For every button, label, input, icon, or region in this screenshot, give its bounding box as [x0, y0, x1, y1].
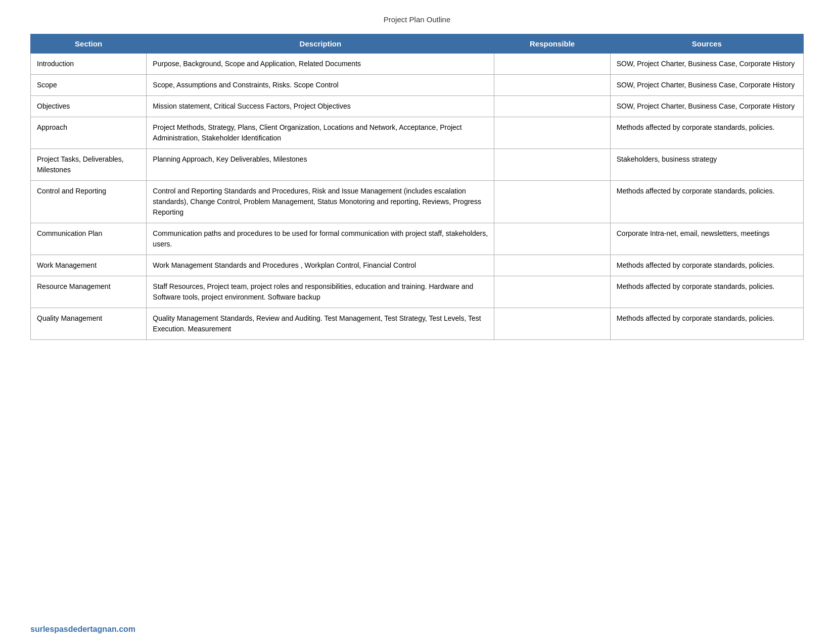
- cell-sources: SOW, Project Charter, Business Case, Cor…: [610, 75, 803, 96]
- table-row: IntroductionPurpose, Background, Scope a…: [31, 54, 804, 75]
- cell-section: Communication Plan: [31, 223, 147, 255]
- table-header-row: Section Description Responsible Sources: [31, 34, 804, 54]
- cell-responsible: [494, 54, 610, 75]
- header-sources: Sources: [610, 34, 803, 54]
- cell-sources: Methods affected by corporate standards,…: [610, 255, 803, 276]
- table-row: Communication PlanCommunication paths an…: [31, 223, 804, 255]
- cell-section: Resource Management: [31, 276, 147, 308]
- footer-url: surlespasdedertagnan.com: [30, 625, 135, 634]
- cell-section: Project Tasks, Deliverables, Milestones: [31, 149, 147, 181]
- cell-responsible: [494, 75, 610, 96]
- cell-sources: SOW, Project Charter, Business Case, Cor…: [610, 96, 803, 117]
- table-row: Project Tasks, Deliverables, MilestonesP…: [31, 149, 804, 181]
- page-title: Project Plan Outline: [0, 0, 834, 34]
- cell-section: Introduction: [31, 54, 147, 75]
- table-row: Quality ManagementQuality Management Sta…: [31, 308, 804, 340]
- cell-responsible: [494, 276, 610, 308]
- cell-description: Project Methods, Strategy, Plans, Client…: [147, 117, 494, 149]
- cell-description: Planning Approach, Key Deliverables, Mil…: [147, 149, 494, 181]
- table-row: ScopeScope, Assumptions and Constraints,…: [31, 75, 804, 96]
- cell-description: Control and Reporting Standards and Proc…: [147, 181, 494, 223]
- cell-description: Staff Resources, Project team, project r…: [147, 276, 494, 308]
- cell-sources: Methods affected by corporate standards,…: [610, 308, 803, 340]
- cell-sources: Methods affected by corporate standards,…: [610, 181, 803, 223]
- cell-section: Control and Reporting: [31, 181, 147, 223]
- cell-sources: Stakeholders, business strategy: [610, 149, 803, 181]
- header-section: Section: [31, 34, 147, 54]
- cell-description: Quality Management Standards, Review and…: [147, 308, 494, 340]
- cell-section: Objectives: [31, 96, 147, 117]
- cell-responsible: [494, 308, 610, 340]
- cell-responsible: [494, 117, 610, 149]
- table-row: ApproachProject Methods, Strategy, Plans…: [31, 117, 804, 149]
- cell-responsible: [494, 149, 610, 181]
- cell-responsible: [494, 96, 610, 117]
- table-row: ObjectivesMission statement, Critical Su…: [31, 96, 804, 117]
- cell-description: Communication paths and procedures to be…: [147, 223, 494, 255]
- table-row: Resource ManagementStaff Resources, Proj…: [31, 276, 804, 308]
- cell-section: Work Management: [31, 255, 147, 276]
- cell-sources: SOW, Project Charter, Business Case, Cor…: [610, 54, 803, 75]
- table-row: Control and ReportingControl and Reporti…: [31, 181, 804, 223]
- header-description: Description: [147, 34, 494, 54]
- cell-description: Mission statement, Critical Success Fact…: [147, 96, 494, 117]
- cell-sources: Methods affected by corporate standards,…: [610, 117, 803, 149]
- cell-responsible: [494, 181, 610, 223]
- table-container: Section Description Responsible Sources …: [30, 34, 804, 340]
- cell-sources: Corporate Intra-net, email, newsletters,…: [610, 223, 803, 255]
- cell-description: Purpose, Background, Scope and Applicati…: [147, 54, 494, 75]
- cell-responsible: [494, 255, 610, 276]
- table-row: Work ManagementWork Management Standards…: [31, 255, 804, 276]
- cell-section: Approach: [31, 117, 147, 149]
- cell-description: Scope, Assumptions and Constraints, Risk…: [147, 75, 494, 96]
- cell-section: Scope: [31, 75, 147, 96]
- cell-responsible: [494, 223, 610, 255]
- cell-section: Quality Management: [31, 308, 147, 340]
- project-plan-table: Section Description Responsible Sources …: [30, 34, 804, 340]
- header-responsible: Responsible: [494, 34, 610, 54]
- cell-description: Work Management Standards and Procedures…: [147, 255, 494, 276]
- cell-sources: Methods affected by corporate standards,…: [610, 276, 803, 308]
